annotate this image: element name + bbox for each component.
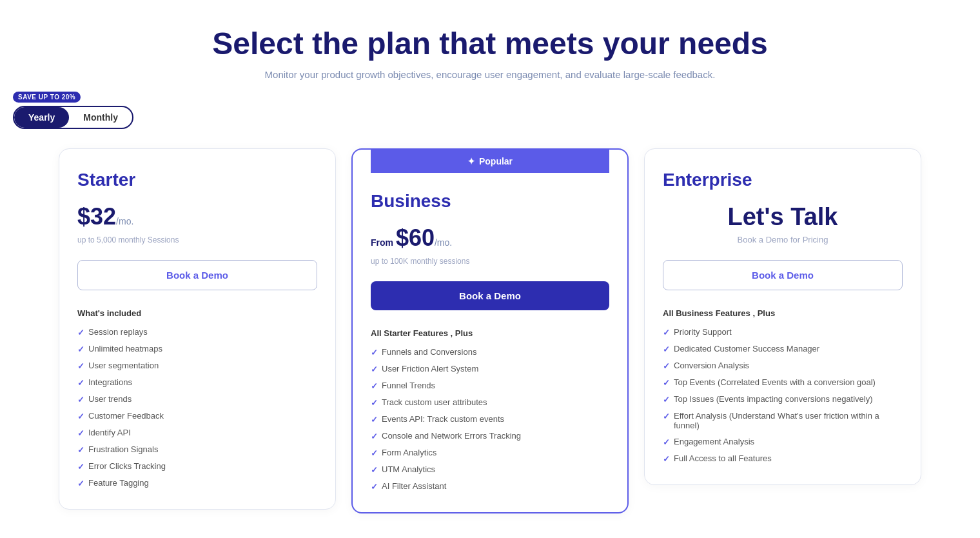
popular-icon: ✦: [467, 156, 475, 166]
feature-text: Error Clicks Tracking: [88, 461, 166, 471]
check-icon: ✓: [663, 344, 670, 354]
feature-item: ✓ Track custom user attributes: [371, 397, 609, 408]
feature-text: Integrations: [88, 377, 132, 387]
check-icon: ✓: [663, 395, 670, 404]
feature-item: ✓ Unlimited heatmaps: [77, 344, 317, 354]
feature-text: Track custom user attributes: [382, 397, 487, 407]
price-sessions: up to 5,000 monthly Sessions: [77, 235, 317, 244]
billing-toggle-pill: Yearly Monthly: [13, 106, 133, 129]
feature-item: ✓ Feature Tagging: [77, 478, 317, 488]
feature-item: ✓ Integrations: [77, 377, 317, 388]
popular-label: Popular: [479, 156, 513, 166]
feature-text: Frustration Signals: [88, 444, 158, 454]
check-icon: ✓: [77, 344, 84, 354]
feature-text: Full Access to all Features: [674, 453, 772, 463]
check-icon: ✓: [371, 415, 378, 424]
feature-item: ✓ Events API: Track custom events: [371, 414, 609, 424]
feature-item: ✓ Engagement Analysis: [663, 437, 903, 447]
feature-text: Effort Analysis (Understand What's user …: [674, 411, 903, 430]
check-icon: ✓: [77, 361, 84, 371]
feature-item: ✓ User segmentation: [77, 361, 317, 371]
price-from: From: [371, 237, 396, 248]
feature-item: ✓ Full Access to all Features: [663, 453, 903, 464]
feature-text: UTM Analytics: [382, 464, 435, 474]
features-heading-business: All Starter Features , Plus: [371, 328, 609, 338]
feature-item: ✓ AI Filter Assistant: [371, 481, 609, 492]
price-amount: $32: [77, 203, 116, 230]
check-icon: ✓: [371, 348, 378, 357]
feature-text: Unlimited heatmaps: [88, 344, 162, 354]
yearly-toggle[interactable]: Yearly: [14, 107, 69, 128]
feature-item: ✓ Console and Network Errors Tracking: [371, 431, 609, 441]
check-icon: ✓: [77, 462, 84, 472]
feature-item: ✓ Form Analytics: [371, 448, 609, 458]
plan-card-starter: Starter$32/mo.up to 5,000 monthly Sessio…: [59, 148, 336, 510]
check-icon: ✓: [371, 448, 378, 458]
price-amount: $60: [396, 224, 435, 251]
check-icon: ✓: [371, 482, 378, 492]
page-subtitle: Monitor your product growth objectives, …: [13, 69, 967, 80]
check-icon: ✓: [371, 364, 378, 374]
feature-text: Top Events (Correlated Events with a con…: [674, 377, 876, 387]
feature-text: Identify API: [88, 428, 131, 437]
feature-text: Customer Feedback: [88, 411, 164, 421]
check-icon: ✓: [663, 454, 670, 464]
check-icon: ✓: [371, 381, 378, 391]
book-demo-btn-business[interactable]: Book a Demo: [371, 281, 609, 310]
feature-text: Engagement Analysis: [674, 437, 754, 446]
feature-text: User Friction Alert System: [382, 364, 478, 374]
features-list-starter: ✓ Session replays ✓ Unlimited heatmaps ✓…: [77, 327, 317, 488]
features-list-enterprise: ✓ Priority Support ✓ Dedicated Customer …: [663, 327, 903, 464]
feature-text: Priority Support: [674, 327, 732, 337]
features-heading-starter: What's included: [77, 308, 317, 318]
feature-item: ✓ Top Events (Correlated Events with a c…: [663, 377, 903, 388]
plan-name-business: Business: [371, 191, 609, 212]
plan-name-enterprise: Enterprise: [663, 170, 903, 190]
plan-price-business: From $60/mo.: [371, 224, 609, 252]
check-icon: ✓: [371, 398, 378, 408]
enterprise-price: Let's Talk: [663, 203, 903, 231]
monthly-toggle[interactable]: Monthly: [69, 107, 132, 128]
feature-item: ✓ Funnels and Conversions: [371, 347, 609, 357]
feature-item: ✓ User Friction Alert System: [371, 364, 609, 374]
feature-text: Funnels and Conversions: [382, 347, 476, 357]
feature-item: ✓ Error Clicks Tracking: [77, 461, 317, 472]
feature-item: ✓ Frustration Signals: [77, 444, 317, 455]
feature-item: ✓ Dedicated Customer Success Manager: [663, 344, 903, 354]
check-icon: ✓: [77, 445, 84, 455]
feature-item: ✓ Priority Support: [663, 327, 903, 337]
check-icon: ✓: [663, 437, 670, 447]
plans-grid: Starter$32/mo.up to 5,000 monthly Sessio…: [39, 148, 941, 513]
enterprise-price-sub: Book a Demo for Pricing: [663, 235, 903, 244]
book-demo-btn-starter[interactable]: Book a Demo: [77, 260, 317, 290]
feature-text: Console and Network Errors Tracking: [382, 431, 521, 441]
features-list-business: ✓ Funnels and Conversions ✓ User Frictio…: [371, 347, 609, 492]
feature-item: ✓ Effort Analysis (Understand What's use…: [663, 411, 903, 430]
plan-card-business: ✦ Popular BusinessFrom $60/mo.up to 100K…: [351, 148, 629, 513]
feature-text: Conversion Analysis: [674, 361, 749, 370]
plan-name-starter: Starter: [77, 170, 317, 190]
check-icon: ✓: [77, 412, 84, 421]
feature-item: ✓ User trends: [77, 394, 317, 404]
plan-card-enterprise: EnterpriseLet's TalkBook a Demo for Pric…: [644, 148, 921, 485]
check-icon: ✓: [371, 432, 378, 441]
feature-text: Dedicated Customer Success Manager: [674, 344, 819, 354]
check-icon: ✓: [663, 378, 670, 388]
feature-text: Feature Tagging: [88, 478, 149, 488]
feature-text: Form Analytics: [382, 448, 436, 457]
check-icon: ✓: [663, 328, 670, 337]
feature-item: ✓ Conversion Analysis: [663, 361, 903, 371]
check-icon: ✓: [663, 361, 670, 371]
feature-text: Top Issues (Events impacting conversions…: [674, 394, 873, 404]
price-sessions: up to 100K monthly sessions: [371, 257, 609, 266]
feature-item: ✓ Funnel Trends: [371, 381, 609, 391]
price-period: /mo.: [116, 216, 133, 226]
feature-item: ✓ Session replays: [77, 327, 317, 337]
feature-text: Events API: Track custom events: [382, 414, 504, 424]
check-icon: ✓: [77, 479, 84, 488]
check-icon: ✓: [371, 465, 378, 475]
book-demo-btn-enterprise[interactable]: Book a Demo: [663, 260, 903, 290]
features-heading-enterprise: All Business Features , Plus: [663, 308, 903, 318]
feature-item: ✓ UTM Analytics: [371, 464, 609, 475]
feature-text: AI Filter Assistant: [382, 481, 446, 491]
